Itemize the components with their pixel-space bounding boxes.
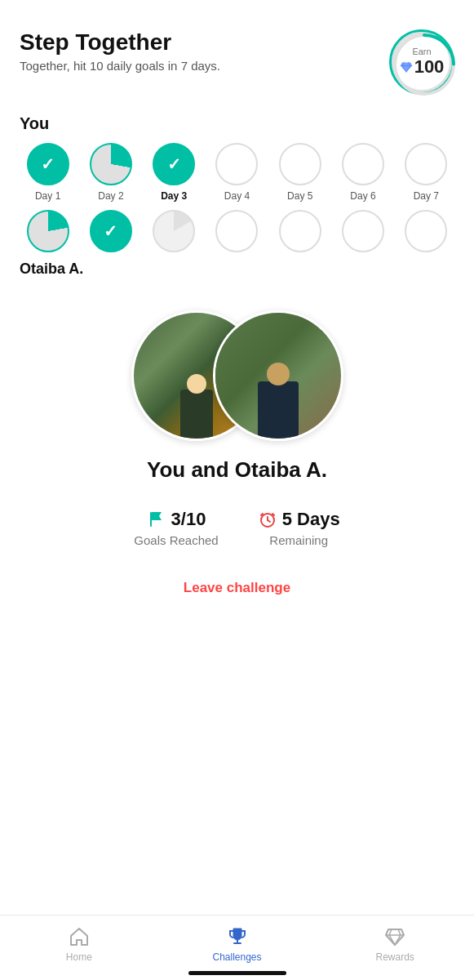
partner-day-6-circle: [342, 210, 384, 252]
earn-badge: Earn 100: [389, 29, 454, 95]
you-day-4-circle: [215, 143, 258, 185]
goals-stat: 3/10 Goals Reached: [134, 509, 218, 547]
goals-value: 3/10: [147, 509, 206, 530]
days-value: 5 Days: [258, 509, 340, 530]
you-day-5-label: Day 5: [287, 190, 312, 202]
check-icon-1: ✓: [41, 156, 55, 172]
day-col-4: Day 4: [209, 143, 265, 202]
day-col-6: Day 6: [334, 143, 391, 202]
partner-name-label: Otaiba A.: [0, 261, 474, 278]
day-col-2: Day 2: [82, 143, 139, 202]
days-label: Remaining: [269, 533, 328, 547]
page-title: Step Together: [20, 29, 220, 56]
partner-day-1-circle: [27, 210, 69, 252]
partner-day-col-6: [334, 210, 391, 252]
avatar-container: [131, 310, 343, 441]
svg-line-6: [268, 520, 270, 522]
you-section: You ✓ Day 1 Day 2 ✓ Day 3: [0, 108, 474, 252]
nav-item-home[interactable]: Home: [0, 925, 158, 963]
you-day-7-circle: [405, 143, 447, 185]
partner-day-col-5: [272, 210, 328, 252]
home-icon: [68, 925, 91, 948]
nav-item-challenges[interactable]: Challenges: [158, 925, 317, 963]
you-day-6-label: Day 6: [350, 190, 375, 202]
header-text: Step Together Together, hit 10 daily goa…: [20, 29, 220, 73]
partner-day-col-3: [146, 210, 202, 252]
partner-day-5-circle: [279, 210, 321, 252]
diamond-icon-nav: [383, 925, 406, 948]
day-col-5: Day 5: [272, 143, 328, 202]
days-stat: 5 Days Remaining: [258, 509, 340, 547]
page-content: Step Together Together, hit 10 daily goa…: [0, 0, 474, 980]
you-day-4-label: Day 4: [224, 190, 250, 202]
you-day-1-label: Day 1: [35, 190, 60, 202]
partner-day-grid: ✓: [20, 210, 454, 252]
you-day-7-label: Day 7: [414, 190, 439, 202]
day-col-1: ✓ Day 1: [20, 143, 76, 202]
home-indicator: [188, 971, 286, 975]
you-day-3-label: Day 3: [161, 190, 187, 202]
you-day-2-circle: [90, 143, 132, 185]
partner-day-col-4: [209, 210, 265, 252]
day-col-7: Day 7: [398, 143, 454, 202]
partner-day-col-7: [398, 210, 454, 252]
partner-day-4-circle: [215, 210, 258, 252]
partner-day-7-circle: [405, 210, 447, 252]
goals-label: Goals Reached: [134, 533, 218, 547]
leave-section: Leave challenge: [0, 567, 474, 616]
partner-check-2: ✓: [104, 223, 117, 239]
alarm-icon: [258, 510, 277, 529]
nav-challenges-label: Challenges: [212, 951, 261, 963]
avatar-partner: [213, 310, 343, 441]
page-subtitle: Together, hit 10 daily goals in 7 days.: [20, 59, 220, 73]
nav-item-rewards[interactable]: Rewards: [316, 925, 474, 963]
you-day-3-circle: ✓: [153, 143, 195, 185]
you-label: You: [20, 114, 454, 133]
flag-icon: [147, 510, 166, 529]
leave-challenge-button[interactable]: Leave challenge: [184, 580, 290, 596]
you-day-6-circle: [342, 143, 384, 185]
you-day-5-circle: [279, 143, 321, 185]
earn-ring-svg: [392, 32, 457, 97]
you-day-1-circle: ✓: [27, 143, 69, 185]
you-day-2-label: Day 2: [98, 190, 123, 202]
partner-day-2-circle: ✓: [90, 210, 132, 252]
page-container: Step Together Together, hit 10 daily goa…: [0, 0, 474, 980]
check-icon-3: ✓: [167, 156, 181, 172]
partner-day-col-1: [20, 210, 76, 252]
partner-day-3-circle: [153, 210, 195, 252]
trophy-icon: [226, 925, 249, 948]
header: Step Together Together, hit 10 daily goa…: [0, 0, 474, 108]
svg-rect-2: [150, 512, 152, 527]
nav-home-label: Home: [66, 951, 92, 963]
stats-row: 3/10 Goals Reached 5 Days Remaining: [0, 502, 474, 567]
avatars-section: [0, 278, 474, 457]
nav-rewards-label: Rewards: [376, 951, 414, 963]
day-col-3: ✓ Day 3: [146, 143, 202, 202]
you-day-grid: ✓ Day 1 Day 2 ✓ Day 3 Day: [20, 143, 454, 202]
bottom-nav: Home Challenges Rewards: [0, 915, 474, 980]
duo-title: You and Otaiba A.: [0, 457, 474, 502]
partner-day-col-2: ✓: [82, 210, 139, 252]
